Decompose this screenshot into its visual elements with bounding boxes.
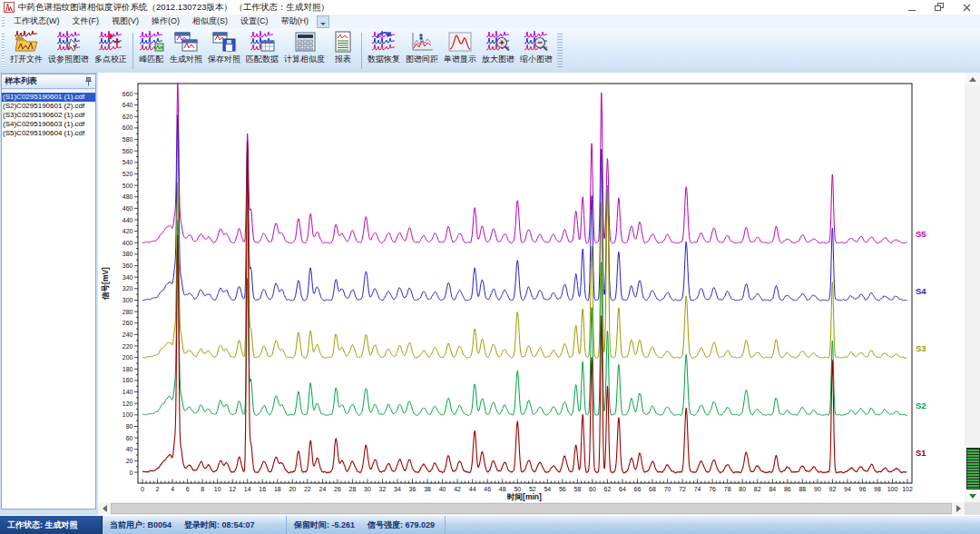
svg-text:460: 460 bbox=[122, 205, 133, 212]
restore-button[interactable] bbox=[926, 0, 953, 15]
toolbar-button-set-reference[interactable]: 设参照图谱 bbox=[45, 30, 92, 71]
sample-list-item-3[interactable]: (S3)C0295190602 (1).cdf bbox=[2, 111, 95, 120]
pushpin-icon[interactable] bbox=[84, 77, 93, 86]
svg-text:0: 0 bbox=[130, 470, 133, 476]
toolbar-button-match-data[interactable]: 匹配数据 bbox=[243, 30, 281, 71]
svg-text:100: 100 bbox=[122, 411, 133, 418]
scroll-up-button[interactable] bbox=[965, 73, 980, 85]
vertical-scrollbar[interactable] bbox=[965, 73, 980, 502]
minimize-icon bbox=[907, 4, 916, 12]
match-data-icon bbox=[250, 31, 275, 53]
toolbar-button-zoom-out[interactable]: 缩小图谱 bbox=[517, 30, 555, 71]
svg-text:500: 500 bbox=[122, 183, 133, 189]
svg-text:20: 20 bbox=[126, 458, 133, 464]
menu-item-6[interactable]: 帮助(H) bbox=[275, 14, 316, 29]
svg-text:96: 96 bbox=[859, 486, 867, 492]
svg-text:84: 84 bbox=[769, 486, 776, 492]
horizontal-scroll-track[interactable] bbox=[111, 502, 952, 515]
sample-list-item-5[interactable]: (S5)C0295190604 (1).cdf bbox=[2, 129, 95, 138]
menubar-grip[interactable] bbox=[2, 17, 5, 26]
toolbar-button-calc-similarity[interactable]: 计算相似度 bbox=[281, 30, 328, 71]
svg-text:320: 320 bbox=[122, 285, 133, 292]
svg-text:260: 260 bbox=[122, 320, 133, 326]
data-restore-icon bbox=[371, 31, 397, 53]
toolbar-button-open-file[interactable]: 打开文件 bbox=[7, 30, 45, 71]
toolbar-button-report[interactable]: 报表 bbox=[328, 30, 358, 71]
svg-text:660: 660 bbox=[122, 91, 133, 97]
scrollbar-corner bbox=[965, 502, 980, 515]
svg-text:102: 102 bbox=[902, 486, 913, 492]
zoom-out-icon bbox=[524, 31, 549, 53]
calc-similarity-icon bbox=[292, 31, 318, 53]
toolbar-button-save-reference[interactable]: 保存对照 bbox=[205, 30, 243, 71]
toolbar-button-generate-reference[interactable]: 生成对照 bbox=[167, 30, 205, 71]
svg-text:66: 66 bbox=[634, 486, 642, 492]
set-reference-icon bbox=[56, 31, 82, 53]
chromatogram-chart[interactable]: 0246810121416182022242628303234363840424… bbox=[98, 73, 965, 502]
menu-item-3[interactable]: 操作(O) bbox=[145, 14, 186, 29]
menu-item-0[interactable]: 工作状态(W) bbox=[7, 14, 66, 29]
sample-list-item-1[interactable]: (S1)C0295190601 (1).cdf bbox=[2, 93, 95, 102]
peak-match-icon bbox=[139, 31, 164, 53]
menu-item-4[interactable]: 相似度(S) bbox=[186, 14, 234, 29]
chevron-down-icon bbox=[320, 23, 326, 25]
vertical-scroll-thumb[interactable] bbox=[966, 448, 980, 490]
menu-item-1[interactable]: 文件(F) bbox=[66, 14, 106, 29]
svg-text:88: 88 bbox=[799, 486, 806, 492]
toolbar-button-label: 设参照图谱 bbox=[48, 54, 89, 65]
svg-text:60: 60 bbox=[589, 486, 596, 492]
svg-text:80: 80 bbox=[739, 486, 746, 492]
svg-text:100: 100 bbox=[887, 486, 898, 492]
generate-reference-icon bbox=[173, 31, 199, 53]
series-S3 bbox=[142, 162, 907, 359]
svg-text:信号[mV]: 信号[mV] bbox=[101, 267, 110, 301]
svg-text:16: 16 bbox=[259, 486, 266, 492]
menu-item-2[interactable]: 视图(V) bbox=[105, 14, 145, 29]
sample-list: (S1)C0295190601 (1).cdf(S2)C0295190601 (… bbox=[2, 89, 95, 138]
series-label-S3: S3 bbox=[916, 343, 926, 353]
menu-item-5[interactable]: 设置(C) bbox=[234, 14, 275, 29]
svg-text:62: 62 bbox=[604, 486, 612, 492]
svg-text:44: 44 bbox=[469, 486, 476, 492]
close-button[interactable] bbox=[953, 0, 980, 15]
svg-text:64: 64 bbox=[619, 486, 626, 492]
horizontal-scrollbar[interactable] bbox=[98, 502, 965, 515]
svg-text:8: 8 bbox=[201, 486, 204, 492]
scroll-down-button[interactable] bbox=[965, 490, 980, 502]
svg-text:180: 180 bbox=[122, 366, 133, 372]
toolbar-overflow-grip[interactable] bbox=[557, 34, 563, 68]
sample-list-item-2[interactable]: (S2)C0295190601 (2).cdf bbox=[2, 102, 95, 111]
svg-text:26: 26 bbox=[334, 486, 341, 492]
toolbar-button-peak-match[interactable]: 峰匹配 bbox=[136, 30, 167, 71]
scroll-left-button[interactable] bbox=[98, 502, 111, 515]
toolbar-grip[interactable] bbox=[2, 34, 5, 68]
toolbar-button-multi-point-calibration[interactable]: 多点校正 bbox=[92, 30, 130, 71]
svg-text:24: 24 bbox=[319, 486, 327, 492]
horizontal-scroll-thumb[interactable] bbox=[111, 503, 952, 514]
toolbar-button-label: 报表 bbox=[335, 54, 351, 65]
close-icon bbox=[963, 4, 971, 12]
series-S2 bbox=[142, 220, 907, 415]
single-spectrum-icon bbox=[447, 31, 473, 53]
toolbar-button-single-spectrum[interactable]: 单谱显示 bbox=[441, 30, 479, 71]
minimize-button[interactable] bbox=[898, 0, 926, 15]
svg-text:18: 18 bbox=[274, 486, 281, 492]
svg-text:360: 360 bbox=[122, 262, 133, 269]
svg-text:120: 120 bbox=[122, 400, 133, 407]
svg-text:620: 620 bbox=[122, 114, 133, 120]
svg-text:70: 70 bbox=[664, 486, 671, 492]
menubar-overflow-button[interactable] bbox=[317, 15, 329, 28]
vertical-scroll-track[interactable] bbox=[965, 85, 980, 490]
toolbar-button-zoom-in[interactable]: 放大图谱 bbox=[479, 30, 517, 71]
svg-text:40: 40 bbox=[439, 486, 446, 492]
toolbar-button-label: 打开文件 bbox=[10, 54, 43, 65]
svg-text:300: 300 bbox=[122, 297, 133, 303]
arrow-left-icon bbox=[103, 505, 107, 512]
toolbar-button-data-restore[interactable]: 数据恢复 bbox=[365, 30, 403, 71]
sample-list-item-4[interactable]: (S4)C0295190603 (1).cdf bbox=[2, 120, 95, 129]
arrow-down-icon bbox=[969, 494, 976, 499]
svg-text:420: 420 bbox=[122, 228, 133, 234]
scroll-right-button[interactable] bbox=[952, 502, 965, 515]
toolbar-button-spectra-spacing[interactable]: 图谱间距 bbox=[403, 30, 441, 71]
svg-text:60: 60 bbox=[126, 435, 133, 441]
